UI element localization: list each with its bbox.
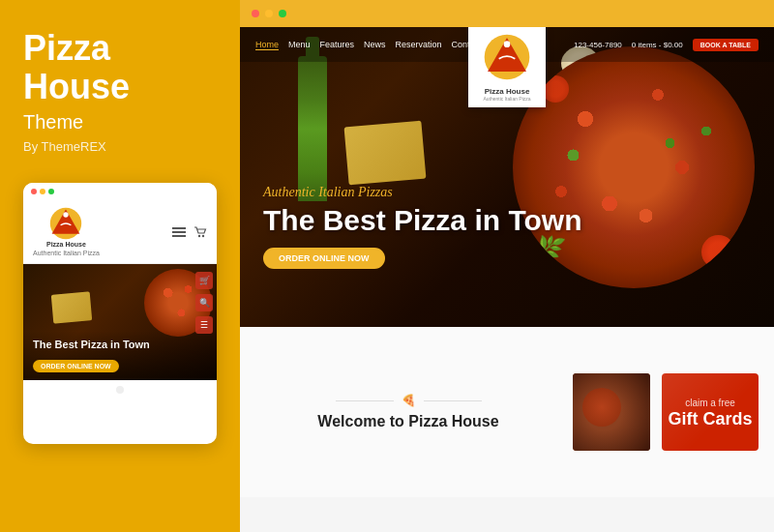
mobile-search-icon[interactable]: 🔍 [195, 294, 213, 311]
site-bottom: 🍕 Welcome to Pizza House claim a free Gi… [240, 327, 774, 497]
bottle-visual [298, 56, 327, 201]
hero-main-title: The Best Pizza in Town [263, 204, 581, 236]
mobile-top-bar [23, 183, 217, 200]
hero-order-button[interactable]: ORDER ONLINE NOW [263, 248, 385, 269]
gift-card-box[interactable]: claim a free Gift Cards [662, 373, 759, 451]
nav-link-reservation[interactable]: Reservation [396, 40, 442, 50]
mobile-dot-yellow [40, 189, 45, 194]
site-hero: 🌿 🌿 Home Menu Features News [240, 27, 774, 327]
desktop-mockup: 🌿 🌿 Home Menu Features News [240, 0, 774, 532]
svg-rect-4 [172, 235, 186, 237]
site-nav-links: Home Menu Features News Reservation Cont… [255, 40, 486, 50]
mobile-bottom-strip [23, 380, 217, 399]
nav-link-home[interactable]: Home [255, 40, 279, 50]
welcome-title: Welcome to Pizza House [255, 413, 561, 430]
welcome-divider: 🍕 [255, 394, 561, 407]
svg-rect-2 [172, 227, 186, 229]
nav-link-news[interactable]: News [364, 40, 386, 50]
mobile-cart-icon[interactable]: 🛒 [195, 272, 213, 289]
mobile-dots [31, 189, 54, 194]
hamburger-icon [172, 225, 186, 239]
mobile-header: Pizza House Authentic Italian Pizza [23, 200, 217, 264]
mobile-cta-button[interactable]: ORDER ONLINE NOW [33, 360, 119, 372]
mobile-hero-title: The Best Pizza in Town [33, 339, 207, 350]
mobile-dot-indicator [116, 386, 124, 394]
browser-dot-green [279, 10, 286, 17]
nav-link-features[interactable]: Features [320, 40, 355, 50]
cart-icon [194, 225, 207, 239]
food-img-placeholder [573, 373, 650, 451]
tomato-2 [542, 75, 569, 103]
book-table-button[interactable]: BOOK A TABLE [693, 39, 759, 51]
brand-title: Pizza House [23, 29, 217, 105]
gift-card-label: claim a free [685, 398, 735, 408]
food-circle [582, 388, 621, 427]
nav-phone: 123-456-7890 [574, 41, 622, 49]
pizza-slice-icon: 🍕 [402, 394, 416, 407]
left-panel: Pizza House Theme By ThemeREX [0, 0, 240, 532]
mobile-side-icons: 🛒 🔍 ☰ [195, 272, 213, 334]
divider-line-left [336, 400, 394, 401]
svg-point-1 [64, 212, 69, 217]
brand-by: By ThemeREX [23, 139, 217, 154]
mobile-logo-tagline: Authentic Italian Pizza [33, 250, 100, 257]
mobile-hero: The Best Pizza in Town ORDER ONLINE NOW … [23, 264, 217, 380]
hero-content: Authentic Italian Pizzas The Best Pizza … [263, 185, 581, 269]
brand-subtitle: Theme [23, 111, 217, 133]
mobile-mockup: Pizza House Authentic Italian Pizza [23, 183, 217, 444]
mobile-logo-text: Pizza House [46, 241, 86, 249]
mobile-dot-green [48, 189, 54, 194]
mobile-pizza-logo [48, 206, 83, 241]
cheese-visual [344, 121, 427, 186]
divider-line-right [424, 400, 482, 401]
mobile-menu-icon[interactable]: ☰ [195, 316, 213, 334]
mobile-cheese [51, 291, 92, 323]
desktop-browser-bar [240, 0, 774, 27]
mobile-hero-overlay: The Best Pizza in Town ORDER ONLINE NOW [23, 331, 217, 380]
site-logo-center: Pizza House Authentic Italian Pizza [468, 27, 546, 107]
desktop-website: 🌿 🌿 Home Menu Features News [240, 27, 774, 532]
browser-dot-red [252, 10, 259, 17]
svg-point-6 [202, 234, 204, 236]
svg-rect-3 [172, 231, 186, 233]
svg-point-8 [504, 41, 511, 47]
svg-point-5 [198, 234, 200, 236]
nav-link-menu[interactable]: Menu [288, 40, 311, 50]
hero-italic-text: Authentic Italian Pizzas [263, 185, 581, 200]
mobile-dot-red [31, 189, 37, 194]
mobile-logo-area: Pizza House Authentic Italian Pizza [33, 206, 100, 257]
bottom-food-image [573, 373, 650, 451]
mobile-hero-bg: The Best Pizza in Town ORDER ONLINE NOW … [23, 264, 217, 380]
gift-card-title: Gift Cards [668, 410, 752, 428]
site-nav-right: 123-456-7890 0 items - $0.00 BOOK A TABL… [574, 39, 759, 51]
browser-dot-yellow [265, 10, 273, 17]
mobile-icons [172, 225, 207, 239]
bottom-welcome: 🍕 Welcome to Pizza House [255, 394, 561, 430]
site-logo-tagline: Authentic Italian Pizza [474, 96, 540, 102]
nav-cart[interactable]: 0 items - $0.00 [632, 41, 683, 49]
tomato-1 [701, 235, 735, 269]
site-logo-name: Pizza House [474, 87, 540, 96]
site-logo-pizza-icon [483, 33, 531, 81]
